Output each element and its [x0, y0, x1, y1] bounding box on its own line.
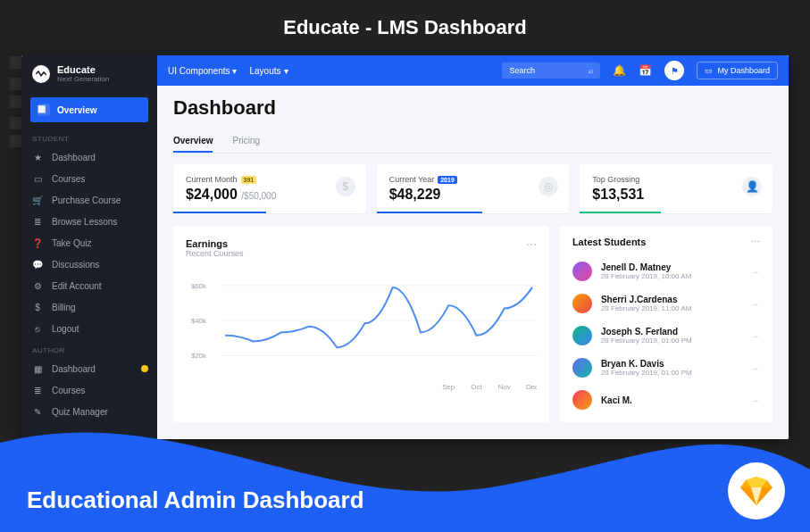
topbar-layouts[interactable]: Layouts▾: [249, 66, 288, 76]
student-row[interactable]: Sherri J.Cardenas28 February 2019, 11:00…: [560, 287, 772, 320]
chevron-down-icon: ▾: [232, 66, 237, 76]
more-icon[interactable]: ⋯: [750, 237, 760, 248]
student-date: 28 February 2019, 10:00 AM: [601, 272, 691, 280]
tab-pricing[interactable]: Pricing: [232, 130, 260, 153]
sidebar-item-courses[interactable]: ▭Courses: [21, 168, 157, 189]
avatar: [572, 358, 592, 378]
brand-logo-icon: [32, 65, 50, 83]
layout-icon: ▦: [38, 104, 50, 116]
student-date: 28 February 2019, 01:00 PM: [601, 337, 692, 345]
card-current-month: Current Month 391 $24,000 /$50,000 $: [173, 164, 366, 213]
app-frame: Educate Next Generation ▦ Overview STUDE…: [21, 55, 789, 439]
year-badge: 2019: [438, 176, 457, 184]
student-name: Joseph S. Ferland: [601, 327, 692, 337]
arrow-right-icon: →: [751, 299, 760, 309]
card-icon: ▭: [32, 173, 43, 184]
svg-text:$40k: $40k: [191, 317, 206, 325]
avatar: [572, 294, 592, 313]
my-dashboard-button[interactable]: ▭My Dashboard: [697, 62, 778, 79]
topbar-ui-components[interactable]: UI Components▾: [168, 66, 237, 76]
more-icon[interactable]: ⋯: [526, 238, 537, 251]
star-icon: ★: [32, 152, 43, 162]
avatar: [572, 262, 592, 281]
dollar-icon: $: [336, 177, 355, 196]
promo-title: Educate - LMS Dashboard: [21, 16, 789, 39]
grid-icon: ▦: [32, 363, 43, 374]
student-name: Sherri J.Cardenas: [601, 295, 691, 304]
user-icon: 👤: [742, 177, 762, 196]
svg-text:$60k: $60k: [191, 282, 206, 290]
student-row[interactable]: Bryan K. Davis28 February 2019, 01:00 PM…: [560, 352, 772, 384]
avatar: [572, 326, 592, 345]
svg-text:$20k: $20k: [191, 352, 206, 360]
sidebar-item-logout[interactable]: ⎋Logout: [21, 318, 157, 339]
main: UI Components▾ Layouts▾ Search⌕ 🔔 📅 ⚑ ▭M…: [157, 55, 789, 439]
cart-icon: 🛒: [32, 195, 43, 205]
card-top-grossing: Top Grossing $13,531 👤: [580, 164, 772, 213]
arrow-right-icon: →: [751, 267, 760, 277]
student-row[interactable]: Jenell D. Matney28 February 2019, 10:00 …: [560, 255, 772, 287]
chart-svg: $60k $40k $20k SepOctNovDec: [186, 258, 537, 392]
brand-name: Educate: [57, 64, 109, 75]
student-date: 28 February 2019, 01:00 PM: [601, 369, 692, 377]
flag-icon: ⚑: [671, 66, 679, 76]
progress-bar: [173, 212, 266, 213]
dollar-icon: $: [32, 302, 43, 312]
sidebar: Educate Next Generation ▦ Overview STUDE…: [21, 55, 157, 439]
month-badge: 391: [241, 176, 257, 184]
card-current-year: Current Year 2019 $48,229 ◎: [377, 164, 570, 213]
student-name: Jenell D. Matney: [601, 262, 691, 272]
brand: Educate Next Generation: [21, 55, 157, 92]
sidebar-item-author-dashboard[interactable]: ▦Dashboard: [21, 358, 157, 379]
sidebar-item-lessons[interactable]: ≣Browse Lessons: [21, 211, 157, 232]
sidebar-item-overview[interactable]: ▦ Overview: [30, 97, 148, 122]
chevron-down-icon: ▾: [284, 66, 288, 76]
search-icon: ⌕: [589, 66, 593, 75]
search-input[interactable]: Search⌕: [502, 62, 600, 79]
flag-button[interactable]: ⚑: [664, 61, 684, 80]
sidebar-active-label: Overview: [57, 105, 96, 115]
logout-icon: ⎋: [32, 323, 43, 334]
students-title: Latest Students: [572, 237, 647, 248]
tabs: Overview Pricing: [173, 130, 772, 154]
promo-footer: Educational Admin Dashboard: [27, 486, 364, 514]
student-row[interactable]: Joseph S. Ferland28 February 2019, 01:00…: [560, 320, 772, 352]
notification-badge: [141, 365, 148, 372]
student-name: Bryan K. Davis: [601, 359, 692, 369]
sidebar-item-account[interactable]: ⚙Edit Account: [21, 275, 157, 296]
arrow-right-icon: →: [751, 331, 760, 341]
sidebar-item-dashboard[interactable]: ★Dashboard: [21, 146, 157, 168]
tab-overview[interactable]: Overview: [173, 130, 213, 153]
sidebar-item-purchase[interactable]: 🛒Purchase Course: [21, 189, 157, 211]
sidebar-section-student: STUDENT: [21, 128, 157, 146]
list-icon: ≣: [32, 216, 43, 227]
brand-sub: Next Generation: [57, 75, 109, 83]
chat-icon: 💬: [32, 259, 43, 270]
arrow-right-icon: →: [751, 363, 760, 373]
laptop-icon: ▭: [705, 66, 713, 75]
page-title: Dashboard: [173, 96, 772, 120]
bell-icon[interactable]: 🔔: [613, 64, 626, 77]
student-date: 28 February 2019, 11:00 AM: [601, 304, 691, 312]
sidebar-item-quiz[interactable]: ❓Take Quiz: [21, 232, 157, 254]
help-icon: ❓: [32, 237, 43, 248]
progress-bar: [377, 212, 483, 213]
progress-bar: [580, 212, 661, 213]
sidebar-item-discussions[interactable]: 💬Discussions: [21, 254, 157, 275]
calendar-icon[interactable]: 📅: [639, 64, 652, 77]
topbar: UI Components▾ Layouts▾ Search⌕ 🔔 📅 ⚑ ▭M…: [157, 55, 789, 86]
sidebar-section-author: AUTHOR: [21, 339, 157, 358]
sketch-badge-icon: [728, 462, 785, 520]
gear-icon: ⚙: [32, 280, 43, 291]
sidebar-item-billing[interactable]: $Billing: [21, 296, 157, 318]
